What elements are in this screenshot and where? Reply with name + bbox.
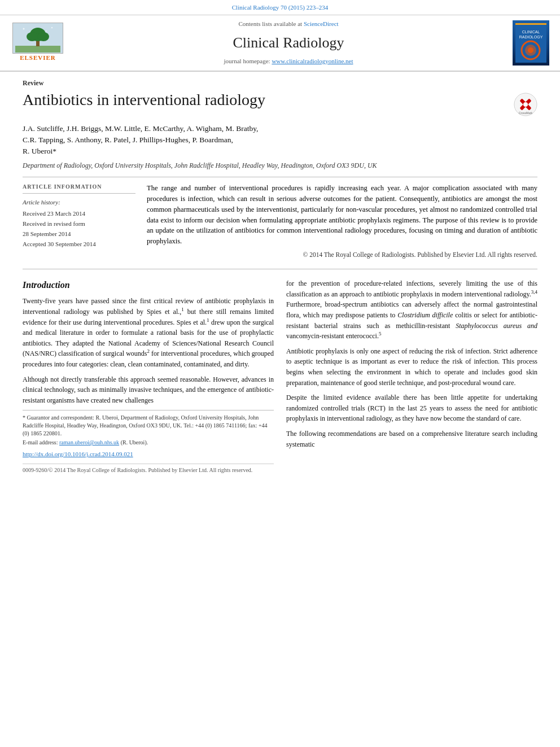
article-info-abstract: ARTICLE INFORMATION Article history: Rec… [23, 183, 537, 260]
intro-para6: The following recommendations are based … [286, 429, 537, 449]
issn-footer: 0009-9260/© 2014 The Royal College of Ra… [23, 464, 274, 475]
journal-homepage: journal homepage: www.clinicalradiologyo… [224, 57, 353, 66]
svg-point-7 [51, 27, 53, 28]
right-column: for the prevention of procedure-related … [286, 278, 537, 475]
svg-point-8 [46, 30, 47, 32]
svg-text:RADIOLOGY: RADIOLOGY [519, 35, 542, 39]
footnote-email: E-mail address: raman.uberoi@ouh.nhs.uk … [23, 439, 274, 447]
intro-para1: Twenty-five years have passed since the … [23, 296, 274, 369]
footnote-guarantor: * Guarantor and correspondent: R. Uberoi… [23, 414, 274, 438]
journal-title: Clinical Radiology [233, 32, 344, 54]
footnotes-section: * Guarantor and correspondent: R. Uberoi… [23, 410, 274, 447]
article-title: Antibiotics in interventional radiology [23, 90, 265, 110]
intro-para4: Antibiotic prophylaxis is only one aspec… [286, 346, 537, 388]
divider-2 [23, 269, 537, 269]
article-info-heading: ARTICLE INFORMATION [23, 183, 135, 194]
elsevier-logo: ELSEVIER [7, 20, 69, 66]
journal-cover-logo: CLINICAL RADIOLOGY [513, 20, 549, 65]
received-revised-label: Received in revised form [23, 220, 135, 229]
authors: J.A. Sutcliffe, J.H. Briggs, M.W. Little… [23, 123, 537, 158]
doi-line: http://dx.doi.org/10.1016/j.crad.2014.09… [23, 450, 274, 459]
sciencedirect-note: Contents lists available at ScienceDirec… [238, 20, 338, 29]
left-column: Introduction Twenty-five years have pass… [23, 278, 274, 475]
journal-header: ELSEVIER Contents lists available at Sci… [0, 15, 560, 72]
email-link[interactable]: raman.uberoi@ouh.nhs.uk [59, 439, 119, 445]
svg-text:CrossMark: CrossMark [519, 111, 533, 115]
svg-point-15 [528, 47, 533, 53]
abstract-section: The range and number of interventional p… [147, 183, 537, 260]
svg-point-5 [38, 32, 49, 41]
copyright-notice: © 2014 The Royal College of Radiologists… [147, 250, 537, 260]
intro-para5: Despite the limited evidence available t… [286, 392, 537, 424]
main-content: Review Antibiotics in interventional rad… [0, 72, 560, 486]
journal-header-center: Contents lists available at ScienceDirec… [75, 20, 502, 66]
intro-para2: Although not directly transferable this … [23, 374, 274, 406]
svg-point-20 [523, 102, 528, 107]
crossmark-icon: CrossMark [514, 93, 537, 116]
two-column-body: Introduction Twenty-five years have pass… [23, 278, 537, 475]
article-history-label: Article history: [23, 198, 135, 207]
journal-logo-right: CLINICAL RADIOLOGY [508, 20, 553, 66]
svg-text:CLINICAL: CLINICAL [522, 30, 540, 34]
svg-point-6 [23, 28, 25, 29]
svg-rect-1 [15, 46, 60, 53]
svg-rect-9 [515, 23, 546, 63]
accepted-date: Accepted 30 September 2014 [23, 240, 135, 249]
article-title-row: Antibiotics in interventional radiology … [23, 90, 537, 116]
elsevier-tree-illustration [12, 23, 63, 54]
divider-1 [23, 177, 537, 177]
received-revised-date: 28 September 2014 [23, 230, 135, 239]
svg-rect-10 [515, 23, 546, 25]
sciencedirect-link[interactable]: ScienceDirect [304, 20, 339, 27]
elsevier-wordmark: ELSEVIER [20, 54, 56, 63]
received-date: Received 23 March 2014 [23, 209, 135, 219]
affiliation: Department of Radiology, Oxford Universi… [23, 161, 537, 171]
doi-link[interactable]: http://dx.doi.org/10.1016/j.crad.2014.09… [23, 451, 133, 457]
section-label: Review [23, 78, 537, 88]
introduction-title: Introduction [23, 278, 274, 291]
svg-point-4 [27, 32, 38, 41]
article-info-panel: ARTICLE INFORMATION Article history: Rec… [23, 183, 135, 260]
journal-homepage-link[interactable]: www.clinicalradiologyonline.net [272, 58, 353, 64]
journal-citation: Clinical Radiology 70 (2015) 223–234 [232, 4, 328, 11]
abstract-text: The range and number of interventional p… [147, 183, 537, 247]
top-bar: Clinical Radiology 70 (2015) 223–234 [0, 0, 560, 15]
intro-para3: for the prevention of procedure-related … [286, 278, 537, 342]
